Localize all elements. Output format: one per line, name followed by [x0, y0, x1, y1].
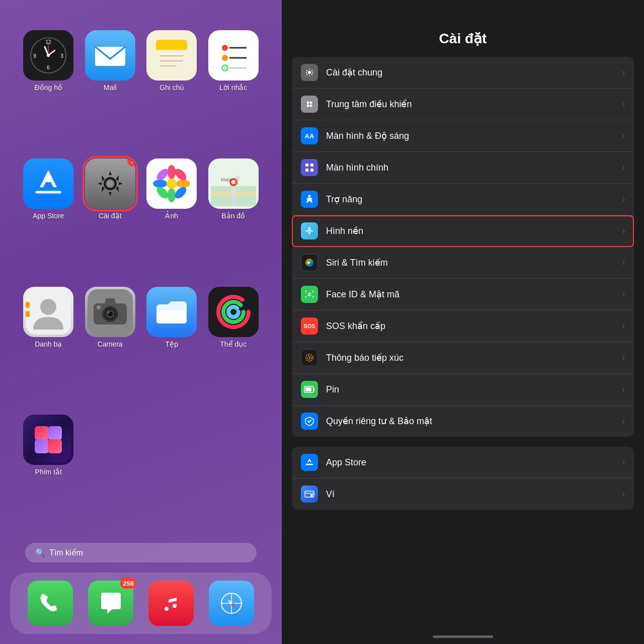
siri-icon — [301, 254, 318, 271]
exposure-icon — [301, 349, 318, 366]
row-general[interactable]: Cài đặt chung › — [292, 57, 634, 89]
svg-point-36 — [153, 180, 167, 188]
svg-text:9: 9 — [33, 53, 36, 59]
homescreen-icon — [301, 159, 318, 176]
app-photos[interactable]: Ảnh — [143, 158, 200, 277]
row-display[interactable]: AA Màn hình & Độ sáng › — [292, 120, 634, 152]
app-appstore-label: App Store — [33, 212, 64, 220]
sos-chevron: › — [622, 321, 625, 331]
svg-point-87 — [310, 293, 311, 294]
settings-group-2: App Store › Ví › — [292, 447, 634, 510]
sos-icon: SOS — [301, 317, 318, 335]
row-control[interactable]: Trung tâm điều khiển › — [292, 89, 634, 120]
search-bar[interactable]: 🔍 Tìm kiếm — [25, 543, 257, 562]
row-wallet[interactable]: Ví › — [292, 478, 634, 510]
privacy-chevron: › — [622, 417, 625, 426]
accessibility-chevron: › — [622, 195, 625, 204]
app-clock-label: Đồng hồ — [35, 84, 62, 92]
app-maps-label: Bản đồ — [221, 212, 245, 220]
row-exposure[interactable]: Thông báo tiếp xúc › — [292, 342, 634, 374]
settings-content[interactable]: Cài đặt chung › Trung tâm điều khiển › — [282, 57, 644, 629]
app-mail[interactable]: Mail — [82, 30, 139, 148]
row-siri[interactable]: Siri & Tìm kiếm › — [292, 247, 634, 279]
svg-rect-69 — [35, 439, 49, 453]
app-appstore[interactable]: App Store — [20, 158, 77, 277]
svg-point-34 — [168, 165, 176, 179]
row-privacy[interactable]: Quyền riêng tư & Bảo mật › — [292, 406, 634, 437]
wallpaper-label: Hình nền — [326, 225, 622, 236]
app-camera[interactable]: Camera — [82, 287, 139, 405]
app-maps[interactable]: Maps Bản đồ — [205, 158, 262, 277]
app-files[interactable]: Tệp — [143, 287, 200, 405]
settings-group-1: Cài đặt chung › Trung tâm điều khiển › — [292, 57, 634, 437]
svg-rect-19 — [211, 33, 256, 78]
app-grid: 12 6 9 3 Đồng hồ — [10, 20, 272, 543]
svg-point-22 — [222, 55, 228, 61]
row-appstore[interactable]: App Store › — [292, 447, 634, 478]
svg-point-83 — [308, 195, 311, 198]
svg-text:6: 6 — [47, 65, 50, 70]
dock-music[interactable] — [148, 581, 194, 626]
battery-icon — [301, 381, 318, 398]
exposure-label: Thông báo tiếp xúc — [326, 352, 622, 363]
dock: 258 — [10, 573, 272, 634]
row-accessibility[interactable]: Trợ năng › — [292, 184, 634, 215]
svg-rect-68 — [48, 426, 62, 440]
svg-point-74 — [308, 71, 311, 74]
svg-point-86 — [308, 293, 309, 294]
svg-rect-52 — [26, 311, 30, 317]
bottom-bar — [282, 629, 644, 644]
appstore-row-icon — [301, 454, 318, 471]
svg-point-91 — [309, 357, 310, 359]
control-icon — [301, 96, 318, 113]
home-indicator — [433, 635, 493, 638]
svg-rect-67 — [35, 426, 49, 440]
display-chevron: › — [622, 131, 625, 140]
svg-rect-70 — [48, 439, 62, 453]
dock-phone[interactable] — [28, 581, 73, 626]
app-clock[interactable]: 12 6 9 3 Đồng hồ — [20, 30, 77, 148]
app-settings[interactable]: 1 Cài đặt — [82, 158, 139, 277]
row-battery[interactable]: Pin › — [292, 374, 634, 406]
svg-point-76 — [310, 102, 312, 104]
app-files-label: Tệp — [166, 340, 178, 348]
app-shortcuts[interactable]: Phím tắt — [20, 415, 77, 533]
row-sos[interactable]: SOS SOS khẩn cấp › — [292, 310, 634, 342]
svg-point-75 — [307, 102, 309, 104]
faceid-label: Face ID & Mật mã — [326, 289, 622, 300]
svg-text:3: 3 — [60, 53, 63, 59]
svg-rect-81 — [305, 169, 308, 172]
svg-rect-15 — [156, 46, 187, 50]
row-wallpaper[interactable]: Hình nền › — [292, 215, 634, 247]
dock-messages[interactable]: 258 — [88, 581, 133, 626]
svg-point-20 — [222, 45, 228, 51]
svg-rect-82 — [310, 169, 313, 172]
wallpaper-icon — [301, 222, 318, 239]
search-label: Tìm kiếm — [49, 548, 83, 557]
svg-point-60 — [97, 305, 101, 309]
sos-label: SOS khẩn cấp — [326, 320, 622, 332]
app-notes-label: Ghi chú — [159, 84, 184, 92]
svg-point-35 — [168, 188, 176, 202]
app-photos-label: Ảnh — [165, 212, 178, 220]
row-faceid[interactable]: Face ID & Mật mã › — [292, 279, 634, 310]
settings-header: Cài đặt — [282, 0, 644, 57]
svg-point-24 — [222, 65, 228, 71]
svg-rect-51 — [26, 302, 30, 308]
messages-badge: 258 — [120, 578, 136, 589]
battery-chevron: › — [622, 385, 625, 394]
row-homescreen[interactable]: Màn hình chính › — [292, 152, 634, 184]
app-contacts-label: Danh bạ — [35, 340, 62, 348]
svg-rect-26 — [26, 161, 71, 206]
accessibility-label: Trợ năng — [326, 194, 622, 205]
svg-rect-79 — [305, 164, 308, 167]
svg-rect-98 — [310, 494, 313, 497]
app-reminders[interactable]: Lời nhắc — [205, 30, 262, 148]
display-label: Màn hình & Độ sáng — [326, 130, 622, 141]
settings-title: Cài đặt — [439, 31, 487, 46]
app-notes[interactable]: Ghi chú — [143, 30, 200, 148]
dock-safari[interactable] — [209, 581, 254, 626]
app-contacts[interactable]: Danh bạ — [20, 287, 77, 405]
svg-point-42 — [167, 179, 177, 189]
app-fitness[interactable]: Thể dục — [205, 287, 262, 405]
